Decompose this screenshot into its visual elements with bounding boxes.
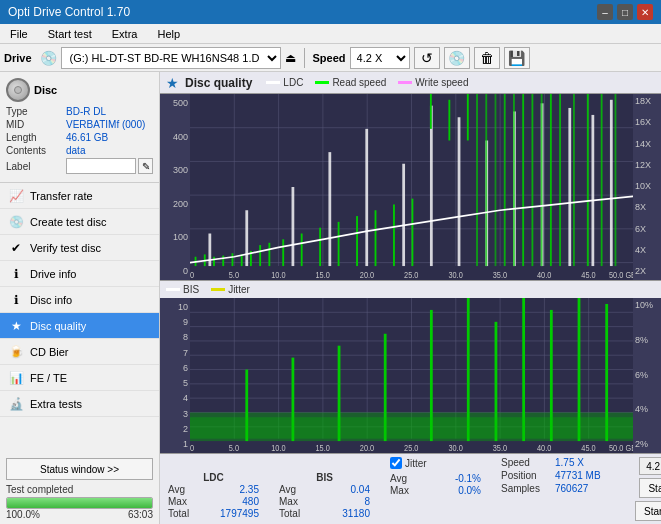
avg-label-ldc: Avg bbox=[168, 484, 198, 495]
drive-icon: 💿 bbox=[40, 50, 57, 66]
disc-icon bbox=[6, 78, 30, 102]
status-text: Test completed bbox=[6, 484, 153, 495]
sidebar-item-transfer-rate[interactable]: 📈 Transfer rate bbox=[0, 183, 159, 209]
bis-stats-header: BIS bbox=[279, 472, 370, 483]
ldc-avg-value: 2.35 bbox=[204, 484, 259, 495]
svg-text:10.0: 10.0 bbox=[271, 442, 286, 453]
svg-text:35.0: 35.0 bbox=[493, 442, 508, 453]
legend-ldc-color bbox=[266, 81, 280, 84]
top-chart-y-right: 18X 16X 14X 12X 10X 8X 6X 4X 2X bbox=[633, 94, 661, 280]
bottom-chart-section: 10 9 8 7 6 5 4 3 2 1 bbox=[160, 298, 661, 453]
drive-select[interactable]: (G:) HL-DT-ST BD-RE WH16NS48 1.D3 bbox=[61, 47, 281, 69]
disc-button[interactable]: 💿 bbox=[444, 47, 470, 69]
status-window-button[interactable]: Status window >> bbox=[6, 458, 153, 480]
start-full-button[interactable]: Start full bbox=[639, 478, 661, 498]
disc-panel: Disc Type BD-R DL MID VERBATIMf (000) Le… bbox=[0, 72, 159, 183]
sidebar-item-disc-info[interactable]: ℹ Disc info bbox=[0, 287, 159, 313]
speed-stat-value: 1.75 X bbox=[555, 457, 615, 468]
svg-rect-49 bbox=[476, 94, 478, 266]
minimize-button[interactable]: – bbox=[597, 4, 613, 20]
close-button[interactable]: ✕ bbox=[637, 4, 653, 20]
sidebar-item-cd-bier[interactable]: 🍺 CD Bier bbox=[0, 339, 159, 365]
bis-total-value: 31180 bbox=[315, 508, 370, 519]
svg-text:50.0 GB: 50.0 GB bbox=[609, 269, 633, 280]
ldc-stats: LDC Avg 2.35 Max 480 Total 1797495 bbox=[168, 457, 259, 521]
legend-read-speed: Read speed bbox=[315, 77, 386, 88]
progress-bar-area: Test completed 100.0% 63:03 bbox=[6, 484, 153, 520]
max-label-jitter: Max bbox=[390, 485, 420, 496]
svg-rect-57 bbox=[550, 94, 552, 266]
top-chart-svg: 0 5.0 10.0 15.0 20.0 25.0 30.0 35.0 40.0… bbox=[190, 94, 633, 280]
menu-file[interactable]: File bbox=[4, 26, 34, 42]
cd-bier-icon: 🍺 bbox=[8, 344, 24, 360]
test-speed-select[interactable]: 4.2 X bbox=[639, 457, 661, 475]
svg-text:50.0 GB: 50.0 GB bbox=[609, 442, 633, 453]
menu-extra[interactable]: Extra bbox=[106, 26, 144, 42]
svg-rect-54 bbox=[522, 94, 524, 266]
svg-rect-46 bbox=[430, 94, 432, 129]
svg-rect-37 bbox=[268, 243, 270, 266]
maximize-button[interactable]: □ bbox=[617, 4, 633, 20]
refresh-button[interactable]: ↺ bbox=[414, 47, 440, 69]
toolbar: Drive 💿 (G:) HL-DT-ST BD-RE WH16NS48 1.D… bbox=[0, 44, 661, 72]
jitter-checkbox-row: Jitter bbox=[390, 457, 481, 469]
disc-type-label: Type bbox=[6, 106, 66, 117]
avg-label-bis: Avg bbox=[279, 484, 309, 495]
svg-rect-60 bbox=[587, 94, 589, 266]
start-part-button[interactable]: Start part bbox=[635, 501, 661, 521]
sidebar-item-verify-test-disc-label: Verify test disc bbox=[30, 242, 101, 254]
action-buttons: 4.2 X Start full Start part bbox=[635, 457, 661, 521]
sidebar-item-create-test-disc[interactable]: 💿 Create test disc bbox=[0, 209, 159, 235]
speed-select[interactable]: 4.2 X bbox=[350, 47, 410, 69]
sidebar-item-drive-info-label: Drive info bbox=[30, 268, 76, 280]
disc-label-input[interactable] bbox=[66, 158, 136, 174]
menu-bar: File Start test Extra Help bbox=[0, 24, 661, 44]
svg-rect-15 bbox=[208, 234, 211, 267]
sidebar-item-verify-test-disc[interactable]: ✔ Verify test disc bbox=[0, 235, 159, 261]
svg-rect-56 bbox=[541, 94, 543, 266]
legend-jitter: Jitter bbox=[211, 284, 250, 295]
sidebar-item-extra-tests[interactable]: 🔬 Extra tests bbox=[0, 391, 159, 417]
svg-rect-50 bbox=[485, 94, 487, 266]
svg-rect-40 bbox=[319, 228, 321, 266]
max-label-ldc: Max bbox=[168, 496, 198, 507]
svg-rect-105 bbox=[190, 417, 633, 438]
svg-text:25.0: 25.0 bbox=[404, 269, 419, 280]
jitter-checkbox[interactable] bbox=[390, 457, 402, 469]
speed-stat-label: Speed bbox=[501, 457, 551, 468]
disc-panel-title: Disc bbox=[34, 84, 57, 96]
content-area: ★ Disc quality LDC Read speed Write spee… bbox=[160, 72, 661, 524]
legend-bis-color bbox=[166, 288, 180, 291]
chart-legend: LDC Read speed Write speed bbox=[266, 77, 468, 88]
menu-help[interactable]: Help bbox=[151, 26, 186, 42]
svg-rect-20 bbox=[402, 164, 405, 266]
sidebar-item-disc-quality[interactable]: ★ Disc quality bbox=[0, 313, 159, 339]
svg-text:45.0: 45.0 bbox=[581, 442, 596, 453]
disc-mid-label: MID bbox=[6, 119, 66, 130]
save-button[interactable]: 💾 bbox=[504, 47, 530, 69]
menu-start-test[interactable]: Start test bbox=[42, 26, 98, 42]
bottom-chart-svg: 0 5.0 10.0 15.0 20.0 25.0 30.0 35.0 40.0… bbox=[190, 298, 633, 453]
sidebar-item-drive-info[interactable]: ℹ Drive info bbox=[0, 261, 159, 287]
svg-rect-55 bbox=[531, 94, 533, 266]
svg-rect-33 bbox=[232, 253, 234, 266]
svg-rect-61 bbox=[601, 94, 603, 266]
svg-rect-26 bbox=[568, 108, 571, 266]
sidebar: Disc Type BD-R DL MID VERBATIMf (000) Le… bbox=[0, 72, 160, 524]
jitter-avg-value: -0.1% bbox=[426, 473, 481, 484]
ldc-max-value: 480 bbox=[204, 496, 259, 507]
total-label-ldc: Total bbox=[168, 508, 198, 519]
svg-rect-22 bbox=[458, 117, 461, 266]
charts-area: 500 400 300 200 100 0 bbox=[160, 94, 661, 453]
svg-text:0: 0 bbox=[190, 442, 194, 453]
svg-rect-43 bbox=[375, 210, 377, 266]
erase-button[interactable]: 🗑 bbox=[474, 47, 500, 69]
position-stat-label: Position bbox=[501, 470, 551, 481]
legend-write-speed-label: Write speed bbox=[415, 77, 468, 88]
disc-info-icon: ℹ bbox=[8, 292, 24, 308]
sidebar-item-fe-te[interactable]: 📊 FE / TE bbox=[0, 365, 159, 391]
svg-rect-31 bbox=[213, 257, 215, 266]
progress-pct: 100.0% bbox=[6, 509, 40, 520]
disc-label-edit-button[interactable]: ✎ bbox=[138, 158, 153, 174]
disc-type-value: BD-R DL bbox=[66, 106, 153, 117]
